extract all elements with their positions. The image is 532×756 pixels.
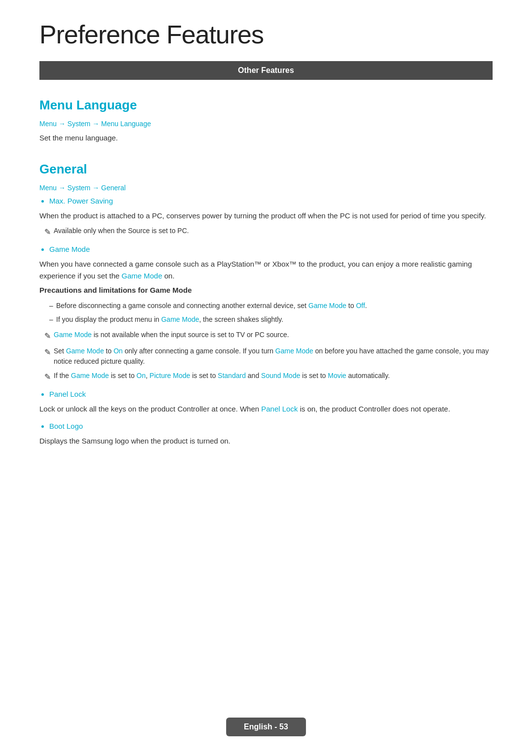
general-panel-lock-list: Panel Lock xyxy=(39,390,493,398)
list-item-boot-logo: Boot Logo xyxy=(49,422,493,430)
precaution-item-2: If you display the product menu in Game … xyxy=(49,314,493,325)
precautions-title: Precautions and limitations for Game Mod… xyxy=(39,286,493,294)
game-mode-note-2-text: Set Game Mode to On only after connectin… xyxy=(54,346,493,367)
game-mode-label: Game Mode xyxy=(49,245,90,253)
general-breadcrumb: Menu → System → General xyxy=(39,184,493,192)
note-icon-4: ✎ xyxy=(44,371,51,383)
menu-language-heading: Menu Language xyxy=(39,98,493,113)
general-breadcrumb-text: Menu → System → General xyxy=(39,184,126,192)
list-item-game-mode: Game Mode xyxy=(49,245,493,253)
panel-lock-desc: Lock or unlock all the keys on the produ… xyxy=(39,403,493,415)
max-power-note: ✎ Available only when the Source is set … xyxy=(44,226,493,238)
game-mode-note-2: ✎ Set Game Mode to On only after connect… xyxy=(44,346,493,367)
general-section: General Menu → System → General Max. Pow… xyxy=(39,162,493,447)
menu-language-breadcrumb: Menu → System → Menu Language xyxy=(39,120,493,128)
note-icon-1: ✎ xyxy=(44,226,51,238)
note-icon-2: ✎ xyxy=(44,330,51,342)
page-title: Preference Features xyxy=(39,20,493,49)
boot-logo-desc: Displays the Samsung logo when the produ… xyxy=(39,435,493,447)
game-mode-note-3: ✎ If the Game Mode is set to On, Picture… xyxy=(44,371,493,383)
general-game-mode-list: Game Mode xyxy=(39,245,493,253)
game-mode-note-3-text: If the Game Mode is set to On, Picture M… xyxy=(54,371,390,381)
precautions-list: Before disconnecting a game console and … xyxy=(39,300,493,325)
max-power-desc: When the product is attached to a PC, co… xyxy=(39,210,493,222)
boot-logo-label: Boot Logo xyxy=(49,422,83,430)
menu-language-desc: Set the menu language. xyxy=(39,133,493,144)
general-heading: General xyxy=(39,162,493,177)
note-icon-3: ✎ xyxy=(44,346,51,358)
list-item-max-power: Max. Power Saving xyxy=(49,197,493,205)
game-mode-note-1: ✎ Game Mode is not available when the in… xyxy=(44,330,493,342)
precaution-item-1: Before disconnecting a game console and … xyxy=(49,300,493,311)
max-power-note-text: Available only when the Source is set to… xyxy=(54,226,189,236)
game-mode-note-1-text: Game Mode is not available when the inpu… xyxy=(54,330,289,340)
breadcrumb-text: Menu → System → Menu Language xyxy=(39,120,151,128)
general-boot-logo-list: Boot Logo xyxy=(39,422,493,430)
footer-label: English - 53 xyxy=(226,718,306,736)
general-items-list: Max. Power Saving xyxy=(39,197,493,205)
list-item-panel-lock: Panel Lock xyxy=(49,390,493,398)
section-bar-label: Other Features xyxy=(238,66,294,74)
menu-language-section: Menu Language Menu → System → Menu Langu… xyxy=(39,98,493,144)
max-power-label: Max. Power Saving xyxy=(49,197,113,205)
game-mode-desc: When you have connected a game console s… xyxy=(39,258,493,282)
panel-lock-label: Panel Lock xyxy=(49,390,86,398)
section-header-bar: Other Features xyxy=(39,61,493,80)
